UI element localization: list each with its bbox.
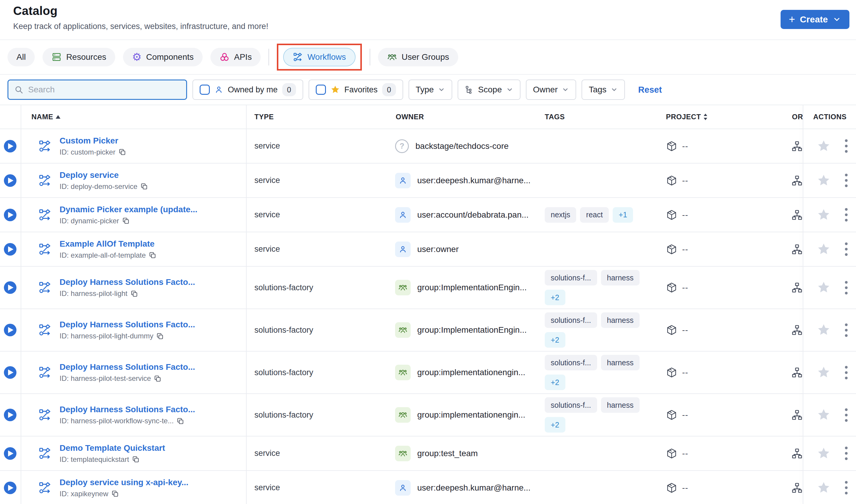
owner-cell: group:ImplementationEngin... bbox=[384, 280, 536, 295]
execute-workflow-button[interactable] bbox=[4, 324, 16, 336]
favorite-star-button[interactable] bbox=[817, 365, 831, 379]
favorite-star-button[interactable] bbox=[817, 481, 831, 495]
tag-more-pill[interactable]: +2 bbox=[545, 375, 565, 390]
workflow-name-link[interactable]: Deploy service using x-api-key... bbox=[59, 478, 189, 487]
copy-icon[interactable] bbox=[176, 417, 184, 425]
workflow-id: ID: harness-pilot-workflow-sync-te... bbox=[59, 417, 195, 425]
org-chart-icon[interactable] bbox=[791, 140, 803, 152]
row-menu-button[interactable] bbox=[844, 280, 849, 296]
tag-pill[interactable]: harness bbox=[601, 397, 639, 413]
execute-workflow-button[interactable] bbox=[4, 174, 16, 187]
execute-workflow-button[interactable] bbox=[4, 209, 16, 221]
column-header-tags[interactable]: TAGS bbox=[536, 113, 663, 121]
workflow-name-link[interactable]: Dynamic Picker example (update... bbox=[59, 205, 198, 214]
tag-pill[interactable]: solutions-f... bbox=[545, 397, 597, 413]
row-menu-button[interactable] bbox=[844, 480, 849, 496]
org-chart-icon[interactable] bbox=[791, 243, 803, 255]
row-menu-button[interactable] bbox=[844, 365, 849, 380]
copy-icon[interactable] bbox=[149, 251, 156, 259]
tag-pill[interactable]: harness bbox=[601, 270, 639, 286]
workflow-name-link[interactable]: Custom Picker bbox=[59, 136, 118, 145]
row-menu-button[interactable] bbox=[844, 138, 849, 154]
owned-by-me-filter[interactable]: Owned by me 0 bbox=[192, 79, 303, 100]
column-header-project[interactable]: PROJECT bbox=[663, 113, 775, 121]
copy-icon[interactable] bbox=[156, 332, 164, 340]
tab-user-groups[interactable]: User Groups bbox=[378, 48, 458, 66]
copy-icon[interactable] bbox=[119, 148, 126, 156]
tab-all[interactable]: All bbox=[7, 48, 35, 66]
tag-pill[interactable]: nextjs bbox=[545, 207, 576, 223]
copy-icon[interactable] bbox=[131, 290, 138, 298]
org-chart-icon[interactable] bbox=[791, 366, 803, 378]
tag-pill[interactable]: solutions-f... bbox=[545, 355, 597, 371]
execute-workflow-button[interactable] bbox=[4, 243, 16, 256]
row-menu-button[interactable] bbox=[844, 207, 849, 223]
copy-icon[interactable] bbox=[140, 183, 148, 190]
execute-workflow-button[interactable] bbox=[4, 281, 16, 294]
workflow-name-link[interactable]: Deploy service bbox=[59, 170, 119, 180]
tag-pill[interactable]: harness bbox=[601, 355, 639, 371]
copy-icon[interactable] bbox=[122, 217, 130, 224]
tag-pill[interactable]: solutions-f... bbox=[545, 270, 597, 286]
org-chart-icon[interactable] bbox=[791, 409, 803, 421]
org-chart-icon[interactable] bbox=[791, 175, 803, 186]
tag-more-pill[interactable]: +1 bbox=[613, 207, 633, 223]
tag-pill[interactable]: harness bbox=[601, 312, 639, 328]
copy-icon[interactable] bbox=[154, 375, 161, 382]
favorite-star-button[interactable] bbox=[817, 139, 831, 153]
search-input[interactable] bbox=[28, 85, 180, 94]
create-button[interactable]: + Create bbox=[781, 10, 850, 29]
tab-apis[interactable]: APIs bbox=[210, 48, 261, 66]
tag-more-pill[interactable]: +2 bbox=[545, 290, 565, 305]
execute-workflow-button[interactable] bbox=[4, 482, 16, 494]
org-chart-icon[interactable] bbox=[791, 482, 803, 494]
tag-more-pill[interactable]: +2 bbox=[545, 417, 565, 433]
reset-button[interactable]: Reset bbox=[638, 85, 662, 95]
workflow-name-link[interactable]: Deploy Harness Solutions Facto... bbox=[59, 320, 195, 329]
copy-icon[interactable] bbox=[112, 490, 119, 498]
owned-by-me-checkbox[interactable] bbox=[200, 85, 210, 95]
tab-workflows[interactable]: Workflows bbox=[283, 48, 356, 66]
favorite-star-button[interactable] bbox=[817, 174, 831, 187]
row-menu-button[interactable] bbox=[844, 407, 849, 423]
workflow-name-link[interactable]: Deploy Harness Solutions Facto... bbox=[59, 277, 195, 287]
execute-workflow-button[interactable] bbox=[4, 366, 16, 379]
row-menu-button[interactable] bbox=[844, 241, 849, 257]
column-header-owner[interactable]: OWNER bbox=[384, 113, 536, 121]
row-menu-button[interactable] bbox=[844, 322, 849, 338]
tag-more-pill[interactable]: +2 bbox=[545, 332, 565, 348]
org-chart-icon[interactable] bbox=[791, 324, 803, 336]
org-chart-icon[interactable] bbox=[791, 282, 803, 293]
column-header-org[interactable]: OR bbox=[775, 113, 803, 121]
column-header-type[interactable]: TYPE bbox=[246, 113, 384, 121]
workflow-name-link[interactable]: Example AllOf Template bbox=[59, 239, 154, 248]
tag-pill[interactable]: solutions-f... bbox=[545, 312, 597, 328]
row-menu-button[interactable] bbox=[844, 445, 849, 461]
favorite-star-button[interactable] bbox=[817, 281, 831, 294]
owner-dropdown[interactable]: Owner bbox=[526, 79, 576, 100]
column-header-name[interactable]: NAME bbox=[21, 113, 246, 121]
execute-workflow-button[interactable] bbox=[4, 140, 16, 152]
scope-dropdown[interactable]: Scope bbox=[458, 79, 520, 100]
row-menu-button[interactable] bbox=[844, 173, 849, 188]
execute-workflow-button[interactable] bbox=[4, 447, 16, 460]
favorite-star-button[interactable] bbox=[817, 408, 831, 422]
tags-dropdown[interactable]: Tags bbox=[582, 79, 625, 100]
favorite-star-button[interactable] bbox=[817, 447, 831, 460]
workflow-name-link[interactable]: Deploy Harness Solutions Facto... bbox=[59, 405, 195, 414]
tag-pill[interactable]: react bbox=[580, 207, 609, 223]
favorite-star-button[interactable] bbox=[817, 208, 831, 222]
workflow-name-link[interactable]: Deploy Harness Solutions Facto... bbox=[59, 362, 195, 372]
copy-icon[interactable] bbox=[132, 455, 139, 463]
execute-workflow-button[interactable] bbox=[4, 409, 16, 421]
favorites-filter[interactable]: Favorites 0 bbox=[309, 79, 403, 100]
org-chart-icon[interactable] bbox=[791, 209, 803, 221]
favorite-star-button[interactable] bbox=[817, 323, 831, 337]
tab-resources[interactable]: Resources bbox=[42, 48, 115, 66]
type-dropdown[interactable]: Type bbox=[409, 79, 452, 100]
favorite-star-button[interactable] bbox=[817, 242, 831, 256]
tab-components[interactable]: ⚙ Components bbox=[123, 48, 203, 66]
favorites-checkbox[interactable] bbox=[316, 85, 326, 95]
workflow-name-link[interactable]: Demo Template Quickstart bbox=[59, 443, 165, 453]
org-chart-icon[interactable] bbox=[791, 448, 803, 460]
